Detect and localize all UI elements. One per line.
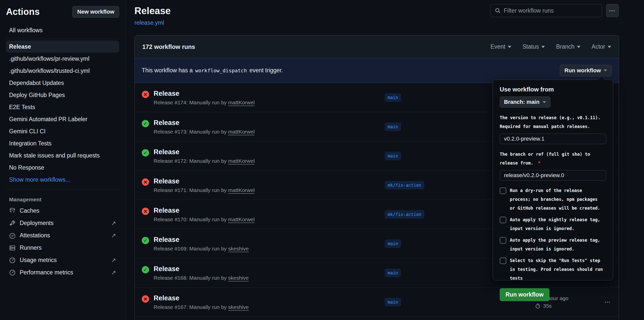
sidebar-item-github-workflows-pr-review-yml[interactable]: .github/workflows/pr-review.yml bbox=[6, 53, 119, 65]
sidebar-divider bbox=[6, 39, 119, 39]
checkbox[interactable] bbox=[500, 237, 506, 244]
filter-dropdown-status[interactable]: Status bbox=[522, 43, 545, 50]
run-text: ReleaseRelease #170: Manually run by mat… bbox=[154, 206, 255, 222]
rocket-icon bbox=[9, 220, 16, 227]
runs-card-header: 172 workflow runs EventStatusBranchActor bbox=[135, 36, 619, 58]
meter-icon bbox=[9, 269, 16, 276]
run-text: ReleaseRelease #171: Manually run by mat… bbox=[154, 177, 255, 193]
runs-filters: EventStatusBranchActor bbox=[490, 43, 611, 50]
popover-checkbox-group: Auto apply the preview release tag, inpu… bbox=[500, 236, 606, 253]
sidebar-item-usage-metrics[interactable]: Usage metrics↗ bbox=[6, 254, 119, 266]
sidebar-item-dependabot-updates[interactable]: Dependabot Updates bbox=[6, 77, 119, 89]
external-link-arrow-icon: ↗ bbox=[111, 220, 116, 227]
run-description-text: Release #171: Manually run by bbox=[154, 187, 228, 193]
workflow-file-link[interactable]: release.yml bbox=[134, 19, 164, 26]
sidebar-item-show-more-workflows[interactable]: Show more workflows... bbox=[6, 174, 119, 186]
filter-dropdown-label: Status bbox=[522, 43, 539, 50]
checkbox[interactable] bbox=[500, 258, 506, 264]
filter-workflow-runs-input[interactable] bbox=[504, 7, 598, 14]
run-summary: ×ReleaseRelease #170: Manually run by ma… bbox=[135, 206, 385, 222]
workflow-overflow-menu-button[interactable]: ••• bbox=[606, 4, 619, 17]
run-title-link[interactable]: Release bbox=[154, 206, 255, 215]
new-workflow-button[interactable]: New workflow bbox=[72, 6, 119, 18]
sidebar-item-no-response[interactable]: No Response bbox=[6, 162, 119, 174]
popover-heading: Use workflow from bbox=[500, 86, 606, 93]
management-section-label: Management bbox=[6, 193, 119, 205]
run-text: ReleaseRelease #174: Manually run by mat… bbox=[154, 89, 255, 106]
run-title-link[interactable]: Release bbox=[154, 89, 255, 98]
sidebar-item-all-workflows[interactable]: All workflows bbox=[6, 24, 119, 36]
run-description-text: Release #168: Manually run by bbox=[154, 275, 228, 281]
required-asterisk: * bbox=[535, 161, 540, 166]
run-title-link[interactable]: Release bbox=[154, 294, 249, 302]
sidebar-item-label: Usage metrics bbox=[20, 257, 57, 264]
run-actor-link[interactable]: mattKorwel bbox=[228, 187, 255, 193]
run-actor-link[interactable]: mattKorwel bbox=[228, 129, 255, 135]
filter-dropdown-actor[interactable]: Actor bbox=[592, 43, 611, 50]
run-summary: ✓ReleaseRelease #169: Manually run by sk… bbox=[135, 235, 385, 252]
sidebar-item-gemini-cli-ci[interactable]: Gemini CLI CI bbox=[6, 125, 119, 137]
run-actor-link[interactable]: skeshive bbox=[228, 246, 249, 251]
success-status-icon: ✓ bbox=[142, 266, 149, 273]
sidebar-item-integration-tests[interactable]: Integration Tests bbox=[6, 137, 119, 149]
run-actor-link[interactable]: skeshive bbox=[228, 304, 249, 310]
run-title-link[interactable]: Release bbox=[154, 118, 255, 127]
run-actor-link[interactable]: mattKorwel bbox=[228, 100, 255, 105]
sidebar-header: Actions New workflow bbox=[6, 6, 119, 18]
run-description-text: Release #170: Manually run by bbox=[154, 216, 228, 222]
run-title-link[interactable]: Release bbox=[154, 265, 249, 273]
run-workflow-submit-button[interactable]: Run workflow bbox=[500, 288, 549, 301]
sidebar-item-deployments[interactable]: Deployments↗ bbox=[6, 217, 119, 229]
branch-pill[interactable]: main bbox=[385, 298, 401, 306]
workflow-list: All workflowsRelease.github/workflows/pr… bbox=[6, 24, 119, 186]
popover-checkbox-group: Run a dry-run of the release process; no… bbox=[500, 186, 606, 213]
run-workflow-dropdown-label: Run workflow bbox=[565, 67, 601, 74]
version-input[interactable] bbox=[500, 134, 606, 144]
workflow-runs-count: 172 workflow runs bbox=[142, 43, 195, 50]
external-link-arrow-icon: ↗ bbox=[111, 232, 116, 239]
run-title-link[interactable]: Release bbox=[154, 148, 255, 156]
sidebar-item-github-workflows-trusted-ci-yml[interactable]: .github/workflows/trusted-ci.yml bbox=[6, 65, 119, 77]
branch-pill[interactable]: main bbox=[385, 269, 401, 277]
sidebar-item-caches[interactable]: Caches bbox=[6, 205, 119, 217]
sidebar-item-deploy-github-pages[interactable]: Deploy GitHub Pages bbox=[6, 89, 119, 101]
run-description: Release #169: Manually run by skeshive bbox=[154, 246, 249, 252]
branch-pill[interactable]: main bbox=[385, 122, 401, 131]
branch-pill[interactable]: main bbox=[385, 239, 401, 248]
branch-pill[interactable]: main bbox=[385, 93, 401, 102]
sidebar-item-label: Caches bbox=[20, 207, 39, 214]
checkbox[interactable] bbox=[500, 217, 506, 223]
branch-pill[interactable]: main bbox=[385, 152, 401, 160]
sidebar-item-gemini-automated-pr-labeler[interactable]: Gemini Automated PR Labeler bbox=[6, 113, 119, 125]
run-actor-link[interactable]: mattKorwel bbox=[228, 158, 255, 164]
sidebar-item-attestations[interactable]: Attestations↗ bbox=[6, 229, 119, 242]
stopwatch-icon bbox=[535, 303, 541, 309]
chevron-down-icon bbox=[508, 46, 511, 48]
run-actor-link[interactable]: skeshive bbox=[228, 275, 249, 281]
run-title-link[interactable]: Release bbox=[154, 177, 255, 185]
run-actor-link[interactable]: mattKorwel bbox=[228, 216, 255, 222]
popover-checkboxes: Run a dry-run of the release process; no… bbox=[500, 186, 606, 283]
filter-dropdown-label: Branch bbox=[556, 43, 574, 50]
branch-ref-input[interactable] bbox=[500, 170, 606, 181]
filter-dropdown-branch[interactable]: Branch bbox=[556, 43, 580, 50]
sidebar-item-e2e-tests[interactable]: E2E Tests bbox=[6, 101, 119, 113]
filter-dropdown-label: Actor bbox=[592, 43, 605, 50]
filter-dropdown-event[interactable]: Event bbox=[490, 43, 511, 50]
run-workflow-dropdown-button[interactable]: Run workflow bbox=[560, 65, 612, 76]
run-summary: ✓ReleaseRelease #172: Manually run by ma… bbox=[135, 148, 385, 164]
sidebar-item-release[interactable]: Release bbox=[6, 41, 119, 53]
branch-pill[interactable]: mk/fix-action bbox=[385, 210, 424, 219]
checkbox[interactable] bbox=[500, 187, 506, 194]
sidebar-item-label: Deployments bbox=[20, 220, 53, 227]
run-duration: 35s bbox=[535, 303, 597, 309]
sidebar-item-runners[interactable]: Runners bbox=[6, 242, 119, 254]
sidebar-item-performance-metrics[interactable]: Performance metrics↗ bbox=[6, 266, 119, 279]
sidebar-item-mark-stale-issues-and-pull-requests[interactable]: Mark stale issues and pull requests bbox=[6, 149, 119, 162]
branch-select-button[interactable]: Branch: main bbox=[500, 97, 550, 108]
run-title-link[interactable]: Release bbox=[154, 235, 249, 244]
branch-pill[interactable]: mk/fix-action bbox=[385, 181, 424, 189]
filter-workflow-runs-box bbox=[490, 4, 602, 17]
run-text: ReleaseRelease #172: Manually run by mat… bbox=[154, 148, 255, 164]
failure-status-icon: × bbox=[142, 178, 149, 186]
